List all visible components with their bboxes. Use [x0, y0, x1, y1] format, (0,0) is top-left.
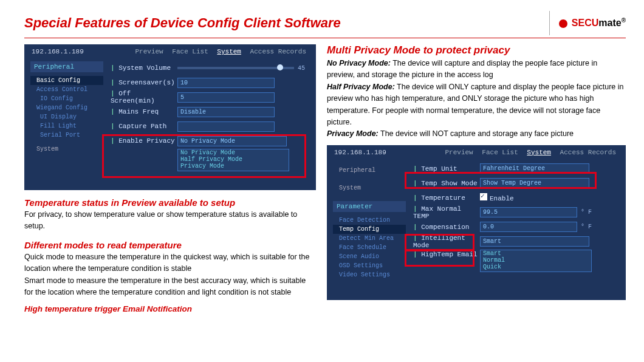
maxtemp-input[interactable]: 99.5 [480, 207, 577, 217]
tab-preview[interactable]: Preview [445, 149, 473, 156]
label-mainsfreq: Mains Freq [111, 108, 177, 115]
screensaver-select[interactable]: 10 [177, 78, 275, 88]
brand-bullet-icon [559, 19, 567, 28]
sidebar-item-system[interactable]: System [30, 145, 103, 154]
tab-access[interactable]: Access Records [560, 149, 616, 156]
sidebar-item-osd[interactable]: OSD Settings [333, 261, 406, 270]
intelligent-select[interactable]: Smart [480, 236, 589, 247]
app-tabs: Preview Face List System Access Records [133, 48, 309, 55]
sidebar-item-tempconfig[interactable]: Temp Config [333, 225, 406, 234]
tab-facelist[interactable]: Face List [172, 48, 208, 55]
label-volume: System Volume [111, 64, 177, 72]
tab-system[interactable]: System [527, 149, 551, 156]
volume-slider[interactable] [177, 67, 294, 69]
app-ip: 192.168.1.189 [32, 48, 84, 55]
app-ip: 192.168.1.189 [334, 149, 386, 156]
sidebar-header-parameter[interactable]: Parameter [333, 201, 406, 212]
page-title: Special Features of Device Config Client… [24, 15, 341, 31]
section-hightemp-email: High temperature trigger Email Notificat… [24, 304, 316, 313]
volume-value: 45 [298, 65, 305, 72]
sidebar-item-basic[interactable]: Basic Config [30, 76, 103, 85]
intel-option[interactable]: Smart [483, 250, 589, 257]
tab-facelist[interactable]: Face List [482, 149, 518, 156]
highlight-privacy [102, 134, 306, 178]
tab-access[interactable]: Access Records [250, 48, 306, 55]
sidebar-item-video[interactable]: Video Settings [333, 270, 406, 279]
mainsfreq-select[interactable]: Disable [177, 107, 275, 117]
config-app-privacy: 192.168.1.189 Preview Face List System A… [24, 44, 316, 190]
intel-option[interactable]: Normal [483, 257, 589, 264]
tab-system[interactable]: System [217, 48, 241, 55]
desc-privacy-modes: No Privacy Mode: The device will capture… [327, 58, 626, 140]
sidebar-item-access[interactable]: Access Control [30, 85, 103, 94]
temp-enable-checkbox[interactable]: Enable [480, 193, 514, 202]
sidebar-item-minarea[interactable]: Detect Min Area [333, 234, 406, 243]
sidebar-item-serial[interactable]: Serial Port [30, 131, 103, 140]
sidebar-item-fill[interactable]: Fill Light [30, 121, 103, 131]
label-offscreen: Off Screen(min) [111, 90, 177, 104]
capturepath-input[interactable] [177, 121, 275, 132]
desc-smart-mode: Smart mode to measure the temperature in… [24, 275, 316, 299]
section-read-modes: Different modes to read temperature [24, 240, 316, 250]
section-temp-status: Temperature status in Preview available … [24, 197, 316, 208]
sidebar-item-ui[interactable]: UI Display [30, 112, 103, 121]
page-header: Special Features of Device Config Client… [24, 11, 626, 38]
config-app-temp: 192.168.1.189 Preview Face List System A… [327, 145, 626, 300]
highlight-tempshow [405, 172, 597, 189]
label-compensation: Compensation [413, 224, 480, 231]
sidebar-item-peripheral[interactable]: Peripheral [333, 166, 406, 175]
sidebar-item-facedetect[interactable]: Face Detection [333, 216, 406, 225]
sidebar-item-faceschedule[interactable]: Face Schedule [333, 243, 406, 252]
highlight-intelligent [405, 234, 474, 251]
tab-preview[interactable]: Preview [135, 48, 163, 55]
label-maxtemp: Max Normal TEMP [413, 205, 480, 220]
sidebar-item-system[interactable]: System [333, 183, 406, 193]
brand: SECUmate® [540, 11, 626, 35]
label-temperature: Temperature [413, 194, 480, 202]
sidebar-item-io[interactable]: IO Config [30, 94, 103, 103]
intel-option[interactable]: Quick [483, 264, 589, 270]
offscreen-select[interactable]: 5 [177, 92, 275, 103]
desc-quick-mode: Quick mode to measure the temperature in… [24, 251, 316, 275]
compensation-input[interactable]: 0.0 [480, 222, 577, 232]
label-capturepath: Capture Path [111, 123, 177, 130]
sidebar-item-sceneaudio[interactable]: Scene Audio [333, 252, 406, 261]
sidebar-header-peripheral[interactable]: Peripheral [30, 61, 103, 72]
sidebar: Peripheral Basic Config Access Control I… [24, 56, 104, 188]
label-screensaver: Screensaver(s) [111, 79, 177, 86]
desc-temp-status: For privacy, to show temperature value o… [24, 209, 316, 233]
highlight-hightemp-email [405, 250, 474, 267]
section-multi-privacy: Multi Privacy Mode to protect privacy [327, 44, 626, 56]
sidebar-item-wiegand[interactable]: Wiegand Config [30, 103, 103, 112]
